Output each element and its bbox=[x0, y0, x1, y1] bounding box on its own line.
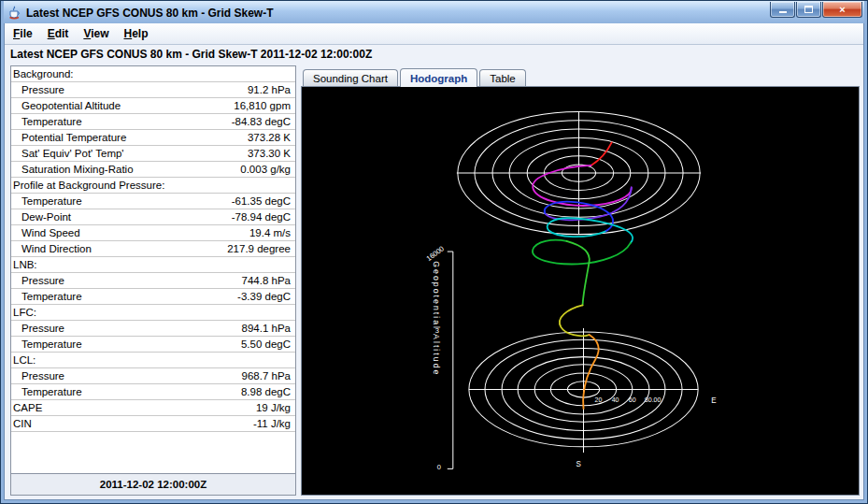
timestamp-footer: 2011-12-02 12:00:00Z bbox=[11, 473, 295, 495]
ring-label-80: 80.00 bbox=[645, 396, 662, 404]
maximize-button[interactable] bbox=[796, 2, 821, 18]
table-row: Pressure91.2 hPa bbox=[11, 82, 295, 98]
table-row: Pressure894.1 hPa bbox=[11, 321, 295, 337]
tab-table[interactable]: Table bbox=[479, 69, 526, 87]
table-row: Saturation Mixing-Ratio0.003 g/kg bbox=[11, 162, 295, 178]
param-value: -84.83 degC bbox=[232, 116, 291, 127]
table-row: Geopotential Altitude16,810 gpm bbox=[11, 98, 295, 114]
param-value: 968.7 hPa bbox=[242, 370, 291, 382]
menu-edit[interactable]: Edit bbox=[41, 25, 76, 43]
param-value: 8.98 degC bbox=[241, 386, 291, 397]
java-app-icon bbox=[7, 6, 21, 21]
param-value: 894.1 hPa bbox=[242, 323, 291, 334]
compass-east-label: E bbox=[711, 396, 717, 405]
dataset-header: Latest NCEP GFS CONUS 80 km - Grid Skew-… bbox=[5, 45, 863, 64]
param-value: -61.35 degC bbox=[232, 195, 291, 207]
table-row: LFC: bbox=[11, 305, 295, 321]
param-label: LFC: bbox=[13, 307, 36, 318]
minimize-button[interactable] bbox=[770, 2, 795, 18]
altitude-tick-top: 16000 bbox=[425, 244, 446, 263]
ring-label-60: 60 bbox=[629, 396, 636, 404]
table-row: Temperature8.98 degC bbox=[11, 384, 295, 400]
display-tabs: Sounding Chart Hodograph Table bbox=[301, 65, 860, 86]
param-label: Background: bbox=[13, 68, 74, 79]
param-label: LCL: bbox=[13, 354, 36, 366]
ring-label-20: 20 bbox=[595, 396, 603, 404]
param-value: -78.94 degC bbox=[232, 211, 291, 223]
param-label: Pressure bbox=[13, 84, 64, 95]
menu-file[interactable]: File bbox=[7, 25, 39, 43]
table-row: Wind Direction217.9 degree bbox=[11, 241, 295, 257]
compass-south-label: S bbox=[576, 460, 581, 468]
app-window: Latest NCEP GFS CONUS 80 km - Grid Skew-… bbox=[0, 0, 868, 504]
menu-help[interactable]: Help bbox=[118, 25, 155, 43]
param-value: 91.2 hPa bbox=[248, 84, 291, 95]
window-title: Latest NCEP GFS CONUS 80 km - Grid Skew-… bbox=[26, 7, 765, 20]
param-label: Sat' Equiv' Pot' Temp' bbox=[13, 148, 124, 159]
table-row: Potential Temperature373.28 K bbox=[11, 130, 295, 146]
table-row: Dew-Point-78.94 degC bbox=[11, 209, 295, 225]
param-value: 16,810 gpm bbox=[234, 100, 291, 111]
table-row: Pressure744.8 hPa bbox=[11, 273, 295, 289]
hodograph-3d-view[interactable]: 16000 Geopotential Altitude 3 0 20 40 60… bbox=[301, 86, 860, 496]
param-label: Temperature bbox=[13, 291, 82, 302]
altitude-axis: 16000 Geopotential Altitude 3 0 bbox=[425, 244, 453, 471]
param-value: -11 J/kg bbox=[253, 418, 291, 429]
param-value: 217.9 degree bbox=[227, 243, 291, 254]
param-value: 373.30 K bbox=[248, 148, 291, 159]
trace-segment-red bbox=[591, 142, 612, 166]
upper-speed-rings bbox=[457, 112, 701, 235]
param-label: Pressure bbox=[13, 275, 64, 286]
param-label: Dew-Point bbox=[13, 211, 71, 223]
param-value: 19.4 m/s bbox=[249, 227, 291, 238]
param-label: Saturation Mixing-Ratio bbox=[13, 164, 134, 175]
param-label: Wind Speed bbox=[13, 227, 80, 238]
table-row: Wind Speed19.4 m/s bbox=[11, 225, 295, 241]
ring-label-40: 40 bbox=[612, 396, 619, 404]
tab-hodograph[interactable]: Hodograph bbox=[400, 68, 477, 87]
param-value: -3.39 degC bbox=[237, 291, 291, 302]
minimize-icon bbox=[779, 7, 787, 13]
table-row: Temperature-61.35 degC bbox=[11, 194, 295, 209]
table-row: Pressure968.7 hPa bbox=[11, 368, 295, 384]
parameter-table: Background: Pressure91.2 hPa Geopotentia… bbox=[11, 66, 295, 473]
param-label: Profile at Background Pressure: bbox=[13, 180, 164, 191]
tab-sounding-chart[interactable]: Sounding Chart bbox=[303, 69, 398, 87]
param-label: CIN bbox=[13, 418, 32, 429]
close-button[interactable]: × bbox=[822, 2, 862, 18]
table-row: Sat' Equiv' Pot' Temp'373.30 K bbox=[11, 146, 295, 162]
altitude-tick-bottom: 0 bbox=[437, 463, 441, 471]
titlebar[interactable]: Latest NCEP GFS CONUS 80 km - Grid Skew-… bbox=[4, 1, 864, 23]
param-label: Temperature bbox=[13, 386, 82, 397]
wind-profile-trace bbox=[533, 142, 633, 409]
trace-segment-green2 bbox=[566, 241, 589, 306]
table-row: Temperature5.50 degC bbox=[11, 337, 295, 353]
param-value: 19 J/kg bbox=[256, 402, 291, 413]
param-label: Temperature bbox=[13, 116, 82, 127]
param-label: Temperature bbox=[13, 195, 82, 207]
table-row: Temperature-3.39 degC bbox=[11, 289, 295, 305]
maximize-icon bbox=[804, 6, 813, 13]
param-label: Temperature bbox=[13, 338, 82, 350]
table-row: Background: bbox=[11, 66, 295, 82]
param-value: 373.28 K bbox=[248, 132, 291, 143]
param-label: Wind Direction bbox=[13, 243, 92, 254]
param-label: CAPE bbox=[13, 402, 42, 413]
param-value: 5.50 degC bbox=[241, 338, 291, 350]
param-label: Pressure bbox=[13, 370, 64, 382]
param-value: 744.8 hPa bbox=[242, 275, 291, 286]
altitude-axis-title: Geopotential Altitude bbox=[432, 261, 441, 376]
menu-view[interactable]: View bbox=[77, 25, 115, 43]
sounding-parameters-panel: Background: Pressure91.2 hPa Geopotentia… bbox=[10, 65, 296, 496]
table-row: LCL: bbox=[11, 353, 295, 368]
altitude-tick-mid: 3 bbox=[435, 326, 439, 335]
param-label: Potential Temperature bbox=[13, 132, 126, 143]
trace-segment-magenta bbox=[533, 166, 632, 206]
menubar: File Edit View Help bbox=[5, 23, 863, 45]
param-label: LNB: bbox=[13, 259, 37, 270]
param-label: Geopotential Altitude bbox=[13, 100, 121, 111]
trace-segment-green bbox=[533, 240, 631, 265]
param-value: 0.003 g/kg bbox=[240, 164, 291, 175]
display-panel: Sounding Chart Hodograph Table bbox=[301, 65, 860, 496]
param-label: Pressure bbox=[13, 323, 64, 334]
